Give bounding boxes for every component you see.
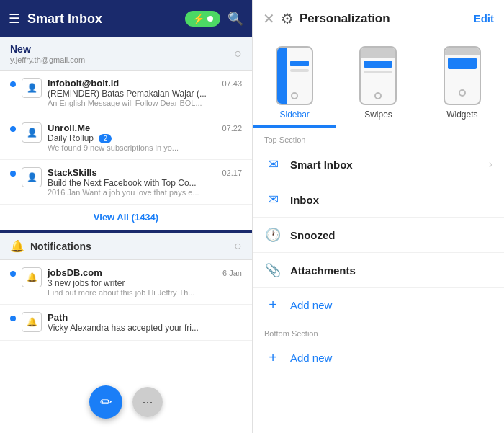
notification-item[interactable]: 🔔 jobsDB.com 6 Jan 3 new jobs for writer…: [0, 260, 252, 305]
email-from-row: StackSkills 02.17: [48, 167, 242, 178]
notif-avatar: 🔔: [22, 267, 42, 287]
swipes-mockup: [359, 46, 397, 105]
notifications-check-icon[interactable]: ○: [234, 238, 242, 254]
email-content: StackSkills 02.17 Build the Next Faceboo…: [48, 167, 242, 197]
bolt-badge: ⚡: [185, 11, 220, 27]
bottom-section-label: Bottom Section: [253, 322, 504, 341]
email-sender: Unroll.Me: [48, 122, 90, 133]
smart-inbox-icon: ✉: [264, 156, 282, 172]
tab-widgets-label: Widgets: [446, 110, 477, 120]
unread-dot: [10, 81, 16, 87]
notif-content: Path Vicky Alexandra has accepted your f…: [48, 312, 242, 333]
unread-dot: [10, 126, 16, 132]
menu-item-smart-inbox[interactable]: ✉ Smart Inbox ›: [253, 147, 504, 182]
inbox-icon: ✉: [264, 192, 282, 207]
notif-sender: jobsDB.com: [48, 267, 102, 278]
unread-dot: [10, 316, 16, 321]
notif-from-row: Path: [48, 312, 242, 323]
email-item[interactable]: 👤 StackSkills 02.17 Build the Next Faceb…: [0, 160, 252, 205]
notif-preview: Find out more about this job Hi Jeffry T…: [48, 288, 242, 297]
compose-fab-button[interactable]: ✏: [89, 385, 122, 419]
section-check-icon[interactable]: ○: [234, 46, 242, 61]
menu-item-inbox[interactable]: ✉ Inbox: [253, 182, 504, 218]
phone-options-tabs: Sidebar Swipes Widgets: [253, 37, 504, 128]
menu-icon[interactable]: ☰: [9, 11, 20, 27]
email-item[interactable]: 👤 infobolt@bolt.id 07.43 (REMINDER) Bata…: [0, 71, 252, 115]
bolt-icon: ⚡: [192, 13, 204, 24]
add-new-top-label: Add new: [290, 299, 332, 311]
new-section-info: New y.jeffry.th@gmail.com: [10, 43, 85, 64]
new-section-header: New y.jeffry.th@gmail.com ○: [0, 37, 252, 71]
chevron-right-icon: ›: [489, 158, 492, 171]
tab-sidebar[interactable]: Sidebar: [253, 37, 336, 128]
menu-item-inbox-label: Inbox: [290, 194, 492, 206]
unread-dot: [10, 271, 16, 277]
tab-swipes[interactable]: Swipes: [336, 37, 420, 128]
email-from-row: Unroll.Me 07.22: [48, 122, 242, 133]
tab-widgets[interactable]: Widgets: [420, 37, 504, 128]
content-block: [364, 61, 392, 68]
view-all-button[interactable]: View All (1434): [0, 205, 252, 233]
right-panel: ✕ ⚙ Personalization Edit Sidebar Swipes: [252, 0, 504, 433]
right-panel-title: Personalization: [300, 12, 468, 26]
email-content: Unroll.Me 07.22 Daily Rollup 2 We found …: [48, 122, 242, 152]
sidebar-bar: [277, 48, 287, 104]
menu-item-snoozed-label: Snoozed: [290, 229, 492, 241]
menu-item-smart-inbox-label: Smart Inbox: [290, 159, 480, 171]
clock-icon: 🕐: [264, 227, 282, 243]
notif-subject: 3 new jobs for writer: [48, 278, 242, 288]
notif-sender: Path: [48, 312, 68, 323]
more-fab-button[interactable]: ···: [132, 387, 163, 417]
notif-time: 6 Jan: [222, 269, 242, 277]
notif-avatar: 🔔: [22, 312, 42, 332]
edit-icon: ✏: [100, 393, 112, 411]
email-subject: (REMINDER) Batas Pemakaian Wajar (...: [48, 89, 242, 99]
email-avatar: 👤: [22, 122, 42, 143]
search-icon[interactable]: 🔍: [228, 11, 243, 27]
email-time: 07.22: [222, 124, 242, 133]
add-new-bottom-label: Add new: [290, 352, 332, 364]
email-sender: infobolt@bolt.id: [48, 78, 119, 89]
add-new-bottom-button[interactable]: + Add new: [253, 341, 504, 375]
email-item[interactable]: 👤 Unroll.Me 07.22 Daily Rollup 2 We foun…: [0, 115, 252, 160]
paperclip-icon: 📎: [264, 262, 282, 278]
bolt-dot: [207, 16, 213, 22]
email-sender: StackSkills: [48, 167, 97, 178]
email-badge: 2: [99, 134, 112, 143]
home-button: [291, 92, 298, 99]
email-subject: Build the Next Facebook with Top Co...: [48, 178, 242, 188]
tab-sidebar-label: Sidebar: [279, 110, 309, 120]
phone-header-bar: [361, 48, 395, 58]
unread-dot: [10, 171, 16, 177]
content-bar: [364, 71, 392, 73]
widget-block: [448, 58, 477, 69]
app-title: Smart Inbox: [27, 12, 178, 27]
close-button[interactable]: ✕: [263, 10, 275, 27]
email-avatar: 👤: [22, 78, 42, 98]
home-button: [374, 92, 382, 99]
left-panel: ☰ Smart Inbox ⚡ 🔍 New y.jeffry.th@gmail.…: [0, 0, 252, 433]
menu-item-snoozed[interactable]: 🕐 Snoozed: [253, 218, 504, 253]
menu-item-attachments[interactable]: 📎 Attachments: [253, 253, 504, 288]
notifications-section-header: 🔔 Notifications ○: [0, 233, 252, 260]
email-content: infobolt@bolt.id 07.43 (REMINDER) Batas …: [48, 78, 242, 107]
personalization-icon: ⚙: [281, 10, 294, 27]
email-time: 02.17: [222, 169, 242, 177]
add-new-top-button[interactable]: + Add new: [253, 288, 504, 322]
fab-area: ✏ ···: [89, 385, 163, 419]
new-section-title: New: [10, 43, 85, 55]
email-subject: Daily Rollup 2: [48, 133, 242, 143]
email-preview: 2016 Jan Want a job you love that pays e…: [48, 188, 242, 197]
edit-button[interactable]: Edit: [474, 12, 494, 24]
new-section-subtitle: y.jeffry.th@gmail.com: [10, 55, 85, 64]
sidebar-mockup: [276, 46, 313, 105]
content-bar1: [290, 61, 309, 66]
email-preview: We found 9 new subscriptions in yo...: [48, 143, 242, 152]
notifications-title: 🔔 Notifications: [10, 239, 91, 253]
email-preview: An English Message will Follow Dear BOL.…: [48, 99, 242, 107]
notification-item[interactable]: 🔔 Path Vicky Alexandra has accepted your…: [0, 305, 252, 341]
email-avatar: 👤: [22, 167, 42, 187]
menu-item-attachments-label: Attachments: [290, 264, 492, 277]
notif-subject: Vicky Alexandra has accepted your fri...: [48, 323, 242, 333]
top-section-label: Top Section: [253, 128, 504, 147]
